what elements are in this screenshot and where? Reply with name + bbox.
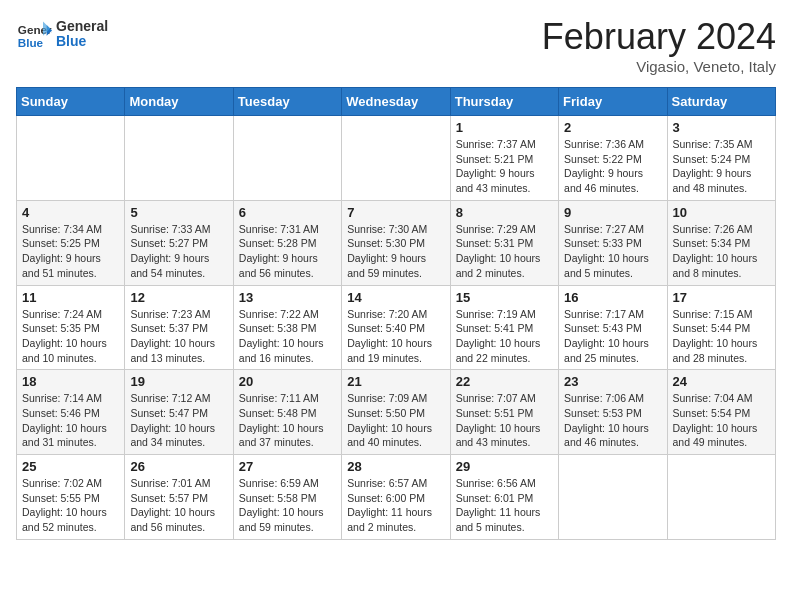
- day-number: 21: [347, 374, 444, 389]
- day-number: 14: [347, 290, 444, 305]
- title-section: February 2024 Vigasio, Veneto, Italy: [542, 16, 776, 75]
- calendar-table: SundayMondayTuesdayWednesdayThursdayFrid…: [16, 87, 776, 540]
- calendar-subtitle: Vigasio, Veneto, Italy: [542, 58, 776, 75]
- weekday-header-row: SundayMondayTuesdayWednesdayThursdayFrid…: [17, 88, 776, 116]
- calendar-cell: 22Sunrise: 7:07 AM Sunset: 5:51 PM Dayli…: [450, 370, 558, 455]
- calendar-week-4: 18Sunrise: 7:14 AM Sunset: 5:46 PM Dayli…: [17, 370, 776, 455]
- day-number: 7: [347, 205, 444, 220]
- calendar-cell: 20Sunrise: 7:11 AM Sunset: 5:48 PM Dayli…: [233, 370, 341, 455]
- logo-general: General: [56, 19, 108, 34]
- calendar-cell: 25Sunrise: 7:02 AM Sunset: 5:55 PM Dayli…: [17, 455, 125, 540]
- logo-icon: General Blue: [16, 16, 52, 52]
- day-info: Sunrise: 7:33 AM Sunset: 5:27 PM Dayligh…: [130, 222, 227, 281]
- weekday-header-monday: Monday: [125, 88, 233, 116]
- day-info: Sunrise: 7:04 AM Sunset: 5:54 PM Dayligh…: [673, 391, 770, 450]
- calendar-cell: [17, 116, 125, 201]
- weekday-header-thursday: Thursday: [450, 88, 558, 116]
- day-number: 6: [239, 205, 336, 220]
- day-info: Sunrise: 6:57 AM Sunset: 6:00 PM Dayligh…: [347, 476, 444, 535]
- day-info: Sunrise: 7:29 AM Sunset: 5:31 PM Dayligh…: [456, 222, 553, 281]
- day-number: 28: [347, 459, 444, 474]
- calendar-cell: 16Sunrise: 7:17 AM Sunset: 5:43 PM Dayli…: [559, 285, 667, 370]
- day-number: 18: [22, 374, 119, 389]
- day-number: 1: [456, 120, 553, 135]
- day-info: Sunrise: 7:17 AM Sunset: 5:43 PM Dayligh…: [564, 307, 661, 366]
- logo-blue: Blue: [56, 34, 108, 49]
- weekday-header-sunday: Sunday: [17, 88, 125, 116]
- calendar-cell: 6Sunrise: 7:31 AM Sunset: 5:28 PM Daylig…: [233, 200, 341, 285]
- calendar-cell: 7Sunrise: 7:30 AM Sunset: 5:30 PM Daylig…: [342, 200, 450, 285]
- day-info: Sunrise: 7:01 AM Sunset: 5:57 PM Dayligh…: [130, 476, 227, 535]
- calendar-cell: [233, 116, 341, 201]
- day-info: Sunrise: 7:20 AM Sunset: 5:40 PM Dayligh…: [347, 307, 444, 366]
- day-info: Sunrise: 7:37 AM Sunset: 5:21 PM Dayligh…: [456, 137, 553, 196]
- day-number: 23: [564, 374, 661, 389]
- weekday-header-tuesday: Tuesday: [233, 88, 341, 116]
- calendar-cell: 11Sunrise: 7:24 AM Sunset: 5:35 PM Dayli…: [17, 285, 125, 370]
- day-number: 8: [456, 205, 553, 220]
- logo: General Blue General Blue: [16, 16, 108, 52]
- calendar-title: February 2024: [542, 16, 776, 58]
- day-info: Sunrise: 7:30 AM Sunset: 5:30 PM Dayligh…: [347, 222, 444, 281]
- day-number: 27: [239, 459, 336, 474]
- calendar-cell: [125, 116, 233, 201]
- day-info: Sunrise: 7:34 AM Sunset: 5:25 PM Dayligh…: [22, 222, 119, 281]
- calendar-cell: 5Sunrise: 7:33 AM Sunset: 5:27 PM Daylig…: [125, 200, 233, 285]
- calendar-cell: 1Sunrise: 7:37 AM Sunset: 5:21 PM Daylig…: [450, 116, 558, 201]
- page-header: General Blue General Blue February 2024 …: [16, 16, 776, 75]
- calendar-cell: 23Sunrise: 7:06 AM Sunset: 5:53 PM Dayli…: [559, 370, 667, 455]
- day-number: 11: [22, 290, 119, 305]
- day-info: Sunrise: 7:27 AM Sunset: 5:33 PM Dayligh…: [564, 222, 661, 281]
- calendar-cell: 8Sunrise: 7:29 AM Sunset: 5:31 PM Daylig…: [450, 200, 558, 285]
- day-number: 19: [130, 374, 227, 389]
- day-info: Sunrise: 7:09 AM Sunset: 5:50 PM Dayligh…: [347, 391, 444, 450]
- day-info: Sunrise: 7:15 AM Sunset: 5:44 PM Dayligh…: [673, 307, 770, 366]
- calendar-week-3: 11Sunrise: 7:24 AM Sunset: 5:35 PM Dayli…: [17, 285, 776, 370]
- day-info: Sunrise: 7:23 AM Sunset: 5:37 PM Dayligh…: [130, 307, 227, 366]
- calendar-cell: 14Sunrise: 7:20 AM Sunset: 5:40 PM Dayli…: [342, 285, 450, 370]
- day-number: 16: [564, 290, 661, 305]
- day-info: Sunrise: 7:12 AM Sunset: 5:47 PM Dayligh…: [130, 391, 227, 450]
- day-number: 4: [22, 205, 119, 220]
- day-number: 25: [22, 459, 119, 474]
- calendar-cell: 28Sunrise: 6:57 AM Sunset: 6:00 PM Dayli…: [342, 455, 450, 540]
- day-info: Sunrise: 6:56 AM Sunset: 6:01 PM Dayligh…: [456, 476, 553, 535]
- day-number: 29: [456, 459, 553, 474]
- calendar-cell: [559, 455, 667, 540]
- calendar-cell: 26Sunrise: 7:01 AM Sunset: 5:57 PM Dayli…: [125, 455, 233, 540]
- weekday-header-friday: Friday: [559, 88, 667, 116]
- calendar-cell: 19Sunrise: 7:12 AM Sunset: 5:47 PM Dayli…: [125, 370, 233, 455]
- day-info: Sunrise: 6:59 AM Sunset: 5:58 PM Dayligh…: [239, 476, 336, 535]
- calendar-cell: [667, 455, 775, 540]
- day-info: Sunrise: 7:06 AM Sunset: 5:53 PM Dayligh…: [564, 391, 661, 450]
- calendar-cell: 12Sunrise: 7:23 AM Sunset: 5:37 PM Dayli…: [125, 285, 233, 370]
- day-number: 10: [673, 205, 770, 220]
- calendar-week-5: 25Sunrise: 7:02 AM Sunset: 5:55 PM Dayli…: [17, 455, 776, 540]
- calendar-week-1: 1Sunrise: 7:37 AM Sunset: 5:21 PM Daylig…: [17, 116, 776, 201]
- day-info: Sunrise: 7:26 AM Sunset: 5:34 PM Dayligh…: [673, 222, 770, 281]
- day-number: 3: [673, 120, 770, 135]
- day-number: 9: [564, 205, 661, 220]
- day-info: Sunrise: 7:02 AM Sunset: 5:55 PM Dayligh…: [22, 476, 119, 535]
- calendar-cell: 2Sunrise: 7:36 AM Sunset: 5:22 PM Daylig…: [559, 116, 667, 201]
- calendar-cell: 27Sunrise: 6:59 AM Sunset: 5:58 PM Dayli…: [233, 455, 341, 540]
- calendar-cell: 13Sunrise: 7:22 AM Sunset: 5:38 PM Dayli…: [233, 285, 341, 370]
- calendar-cell: 18Sunrise: 7:14 AM Sunset: 5:46 PM Dayli…: [17, 370, 125, 455]
- calendar-cell: 15Sunrise: 7:19 AM Sunset: 5:41 PM Dayli…: [450, 285, 558, 370]
- day-number: 26: [130, 459, 227, 474]
- day-number: 5: [130, 205, 227, 220]
- calendar-cell: 29Sunrise: 6:56 AM Sunset: 6:01 PM Dayli…: [450, 455, 558, 540]
- day-info: Sunrise: 7:22 AM Sunset: 5:38 PM Dayligh…: [239, 307, 336, 366]
- day-info: Sunrise: 7:31 AM Sunset: 5:28 PM Dayligh…: [239, 222, 336, 281]
- svg-text:Blue: Blue: [18, 36, 44, 49]
- calendar-cell: 9Sunrise: 7:27 AM Sunset: 5:33 PM Daylig…: [559, 200, 667, 285]
- calendar-cell: 10Sunrise: 7:26 AM Sunset: 5:34 PM Dayli…: [667, 200, 775, 285]
- day-number: 24: [673, 374, 770, 389]
- calendar-cell: [342, 116, 450, 201]
- day-info: Sunrise: 7:36 AM Sunset: 5:22 PM Dayligh…: [564, 137, 661, 196]
- calendar-cell: 21Sunrise: 7:09 AM Sunset: 5:50 PM Dayli…: [342, 370, 450, 455]
- day-number: 17: [673, 290, 770, 305]
- day-number: 20: [239, 374, 336, 389]
- day-info: Sunrise: 7:19 AM Sunset: 5:41 PM Dayligh…: [456, 307, 553, 366]
- day-number: 15: [456, 290, 553, 305]
